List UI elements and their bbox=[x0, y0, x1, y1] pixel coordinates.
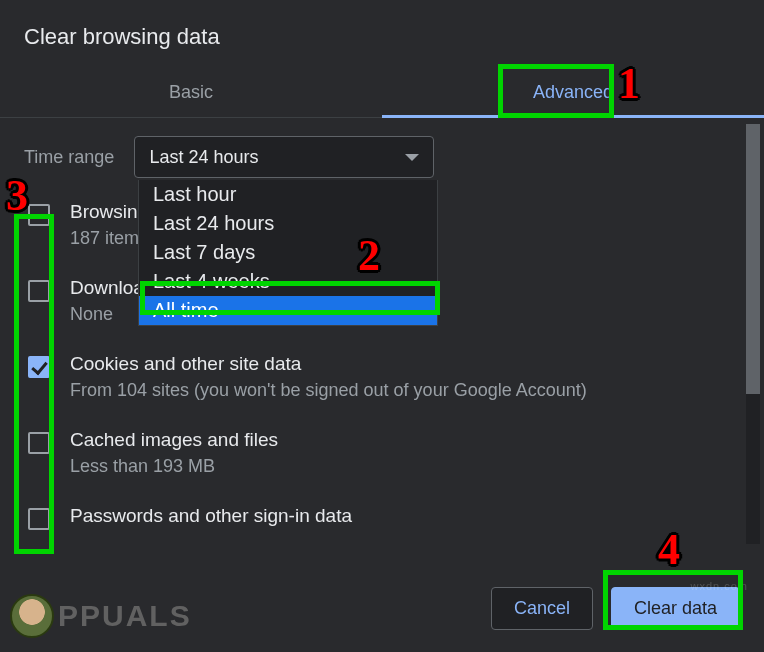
logo-text: PPUALS bbox=[58, 599, 192, 633]
tab-basic[interactable]: Basic bbox=[0, 68, 382, 117]
cancel-button[interactable]: Cancel bbox=[491, 587, 593, 630]
item-text: Cached images and files Less than 193 MB bbox=[70, 428, 740, 478]
item-text: Cookies and other site data From 104 sit… bbox=[70, 352, 740, 402]
dd-option-last-hour[interactable]: Last hour bbox=[139, 180, 437, 209]
time-range-dropdown: Last hour Last 24 hours Last 7 days Last… bbox=[138, 180, 438, 326]
time-range-select[interactable]: Last 24 hours bbox=[134, 136, 434, 178]
watermark-text: wxdn.com bbox=[690, 580, 748, 592]
appuals-logo: PPUALS bbox=[10, 594, 192, 638]
checkbox-download-history[interactable] bbox=[28, 280, 50, 302]
list-item-cache[interactable]: Cached images and files Less than 193 MB bbox=[28, 428, 740, 478]
clear-data-button-label: Clear data bbox=[634, 598, 717, 618]
cancel-button-label: Cancel bbox=[514, 598, 570, 618]
chevron-down-icon bbox=[405, 154, 419, 161]
dialog-body: Time range Last 24 hours Browsing histor… bbox=[0, 118, 764, 546]
tabs: Basic Advanced bbox=[0, 68, 764, 118]
list-item-cookies[interactable]: Cookies and other site data From 104 sit… bbox=[28, 352, 740, 402]
list-item-passwords[interactable]: Passwords and other sign-in data bbox=[28, 504, 740, 530]
clear-data-button[interactable]: Clear data bbox=[611, 587, 740, 630]
item-title: Cookies and other site data bbox=[70, 352, 740, 376]
dd-option-all-time[interactable]: All time bbox=[139, 296, 437, 325]
checkbox-passwords[interactable] bbox=[28, 508, 50, 530]
clear-browsing-data-dialog: Clear browsing data Basic Advanced Time … bbox=[0, 0, 764, 652]
item-sub: From 104 sites (you won't be signed out … bbox=[70, 378, 740, 402]
time-range-selected-text: Last 24 hours bbox=[149, 147, 258, 168]
checkbox-browsing-history[interactable] bbox=[28, 204, 50, 226]
tab-advanced[interactable]: Advanced bbox=[382, 68, 764, 117]
tab-basic-label: Basic bbox=[169, 82, 213, 102]
tab-advanced-label: Advanced bbox=[533, 82, 613, 102]
dialog-title: Clear browsing data bbox=[0, 0, 764, 68]
checkbox-cookies[interactable] bbox=[28, 356, 50, 378]
time-range-label: Time range bbox=[24, 147, 114, 168]
dd-option-last-24-hours[interactable]: Last 24 hours bbox=[139, 209, 437, 238]
logo-icon bbox=[10, 594, 54, 638]
item-title: Cached images and files bbox=[70, 428, 740, 452]
item-title: Passwords and other sign-in data bbox=[70, 504, 740, 528]
checkbox-cache[interactable] bbox=[28, 432, 50, 454]
scrollbar-thumb[interactable] bbox=[746, 124, 760, 394]
dd-option-last-7-days[interactable]: Last 7 days bbox=[139, 238, 437, 267]
dd-option-last-4-weeks[interactable]: Last 4 weeks bbox=[139, 267, 437, 296]
item-sub: Less than 193 MB bbox=[70, 454, 740, 478]
time-range-row: Time range Last 24 hours bbox=[24, 136, 740, 178]
item-text: Passwords and other sign-in data bbox=[70, 504, 740, 530]
